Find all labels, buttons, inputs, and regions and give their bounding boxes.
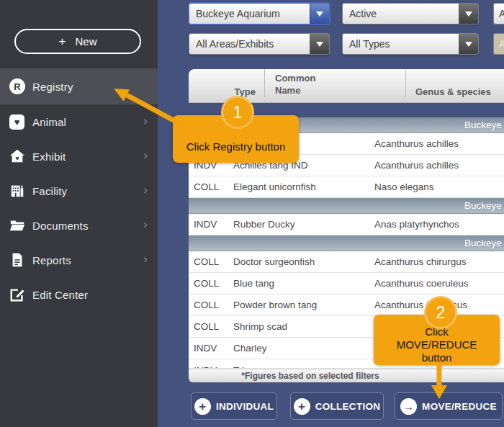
types-dropdown[interactable]: All Types — [342, 33, 479, 55]
chevron-right-icon: › — [143, 149, 148, 161]
cell-common-name: Blue tang — [233, 278, 373, 289]
sidebar-item-documents[interactable]: Documents › — [0, 208, 158, 243]
sidebar-item-label: Registry — [32, 81, 73, 93]
cell-type: COLL — [189, 300, 233, 310]
sidebar-item-facility[interactable]: Facility › — [0, 174, 158, 208]
building-icon — [9, 183, 25, 199]
cell-common-name: Charley — [233, 343, 373, 354]
table-row[interactable]: COLL Elegant unicornfish Naso elegans — [189, 176, 504, 198]
chevron-down-icon[interactable] — [310, 34, 329, 54]
clipped-dropdown-value: A — [499, 38, 504, 50]
chevron-right-icon: › — [143, 114, 148, 127]
folder-icon — [9, 217, 25, 233]
move-reduce-button[interactable]: → MOVE/REDUCE — [395, 392, 503, 420]
sidebar-item-label: Exhibit — [32, 150, 66, 163]
plus-circle-icon: + — [194, 398, 211, 415]
annotation-step-number: 2 — [424, 296, 457, 329]
annotation-text: Click MOVE/REDUCE button — [390, 325, 485, 364]
plus-icon: + — [59, 35, 66, 49]
cell-type: INDV — [189, 343, 233, 354]
chevron-down-icon[interactable] — [459, 4, 478, 24]
cell-genus: Acanthurus achilles — [373, 138, 504, 149]
table-row[interactable]: COLL Doctor surgeonfish Acanthurus chiru… — [189, 251, 504, 273]
cell-common-name: Elegant unicornfish — [233, 181, 373, 192]
group-header-bar: Buckeye Aquarium — [189, 235, 504, 251]
clipped-dropdown-value: A — [499, 8, 504, 19]
clipped-disabled-dropdown[interactable]: A — [493, 33, 504, 55]
annotation-text: Click Registry button — [186, 140, 286, 153]
chevron-right-icon: › — [143, 184, 148, 196]
sidebar-item-exhibit[interactable]: ♥ Exhibit › — [0, 139, 158, 174]
areas-exhibits-dropdown[interactable]: All Areas/Exhibits — [189, 33, 330, 55]
sidebar-item-edit-center[interactable]: Edit Center — [0, 277, 158, 312]
chevron-right-icon: › — [143, 218, 148, 230]
institution-dropdown[interactable]: Buckeye Aquarium — [189, 3, 330, 24]
cell-type: COLL — [189, 278, 233, 289]
sidebar-item-animal[interactable]: ♥ Animal › — [0, 104, 158, 139]
cell-common-name: Doctor surgeonfish — [233, 256, 373, 267]
new-button-label: New — [75, 35, 96, 48]
annotation-callout-1: 1 Click Registry button — [173, 115, 299, 163]
grid-footer-note: *Figures based on selected filters — [189, 369, 504, 382]
sidebar-item-label: Animal — [32, 116, 66, 128]
add-individual-label: INDIVIDUAL — [216, 401, 274, 412]
cell-type: INDV — [189, 219, 233, 230]
sidebar-item-label: Documents — [32, 220, 89, 232]
sidebar-item-label: Facility — [32, 185, 67, 197]
status-dropdown[interactable]: Active — [342, 3, 479, 24]
institution-dropdown-value: Buckeye Aquarium — [189, 4, 310, 24]
cell-type: COLL — [189, 256, 233, 267]
plus-circle-icon: + — [294, 398, 310, 415]
column-header-type[interactable]: Type — [189, 86, 264, 97]
cell-type: COLL — [189, 321, 233, 332]
sidebar-item-reports[interactable]: Reports › — [0, 243, 158, 277]
chevron-down-icon[interactable] — [459, 34, 478, 54]
add-collection-label: COLLECTION — [315, 401, 381, 412]
clipped-dropdown[interactable]: A — [493, 3, 504, 24]
annotation-callout-2: 2 Click MOVE/REDUCE button — [374, 315, 500, 365]
sidebar: + New R Registry ♥ Animal › ♥ Exhibit — [0, 0, 158, 427]
app-window: { "colors": { "page_background": "#45527… — [0, 0, 504, 427]
svg-text:♥: ♥ — [15, 155, 19, 162]
chevron-down-icon[interactable] — [310, 4, 329, 24]
types-dropdown-value: All Types — [343, 34, 459, 54]
cell-genus: Anas platyrhynchos — [373, 219, 504, 230]
cell-genus: Acanthurus chirurgus — [373, 256, 504, 267]
cell-common-name: Rubber Ducky — [233, 219, 373, 230]
cell-genus: Naso elegans — [373, 181, 504, 192]
add-individual-button[interactable]: + INDIVIDUAL — [191, 392, 277, 420]
report-icon — [9, 252, 25, 268]
cell-genus: Acanthurus coeruleus — [373, 278, 504, 289]
areas-exhibits-dropdown-value: All Areas/Exhibits — [189, 34, 310, 54]
cell-genus: Acanthurus achilles — [373, 160, 504, 171]
table-row[interactable]: INDV Rubber Ducky Anas platyrhynchos — [189, 214, 504, 235]
sidebar-item-registry[interactable]: R Registry — [0, 68, 158, 104]
sidebar-item-label: Reports — [32, 254, 71, 266]
column-header-genus-species[interactable]: Genus & species — [405, 69, 504, 97]
sidebar-nav: R Registry ♥ Animal › ♥ Exhibit › — [0, 68, 158, 312]
cell-common-name: Tri — [233, 359, 373, 369]
cell-common-name: Powder brown tang — [233, 300, 373, 310]
cell-type: INDV — [189, 359, 233, 369]
group-header-bar: Buckeye Aquarium — [189, 198, 504, 214]
table-row[interactable]: COLL Blue tang Acanthurus coeruleus — [189, 273, 504, 295]
cell-type: COLL — [189, 181, 233, 192]
new-button[interactable]: + New — [14, 29, 141, 54]
move-reduce-label: MOVE/REDUCE — [422, 401, 497, 412]
edit-icon — [9, 287, 25, 302]
sidebar-item-label: Edit Center — [32, 289, 88, 301]
registry-icon: R — [9, 78, 25, 94]
arrow-right-circle-icon: → — [400, 398, 417, 415]
house-icon: ♥ — [9, 148, 25, 164]
heart-icon: ♥ — [9, 114, 25, 130]
column-header-common-name[interactable]: Common Name — [264, 69, 405, 97]
annotation-step-number: 1 — [221, 96, 254, 129]
status-dropdown-value: Active — [343, 4, 459, 24]
cell-common-name: Shrimp scad — [233, 321, 373, 332]
add-collection-button[interactable]: + COLLECTION — [290, 392, 384, 420]
chevron-right-icon: › — [143, 253, 148, 265]
